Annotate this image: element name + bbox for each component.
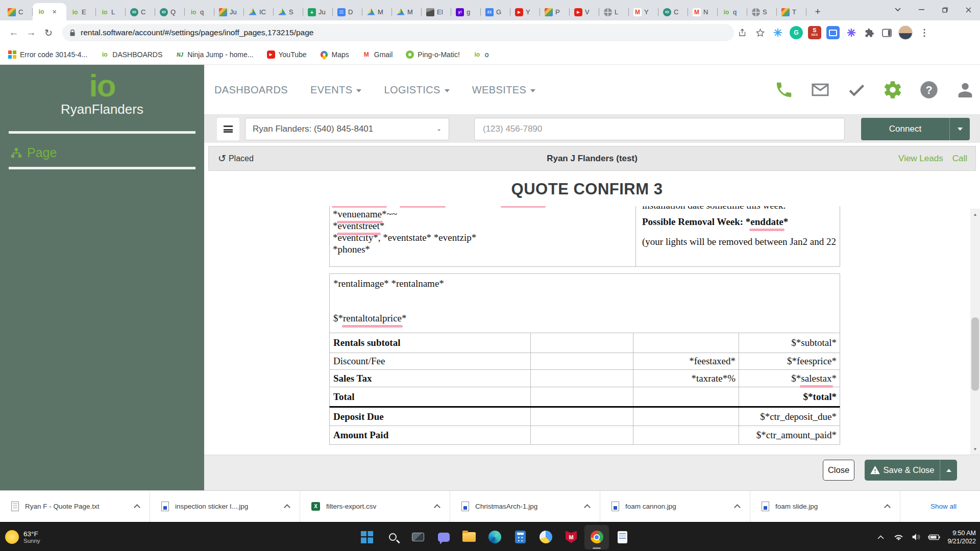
browser-tab[interactable]: P	[540, 4, 570, 20]
connect-button[interactable]: Connect	[861, 118, 970, 140]
check-icon[interactable]	[846, 79, 867, 101]
chevron-up-icon[interactable]	[284, 504, 290, 511]
phone-icon[interactable]	[773, 79, 795, 101]
seo-extension-icon[interactable]: SSEO	[808, 26, 821, 39]
minimize-icon[interactable]	[910, 0, 933, 19]
address-bar[interactable]: rental.software/account/#/settings/pages…	[62, 24, 734, 41]
kebab-menu-icon[interactable]: ⋮	[916, 24, 933, 41]
profile-avatar[interactable]	[898, 26, 913, 40]
browser-tab[interactable]: IOC	[658, 4, 688, 20]
bookmark-item[interactable]: NJNinja Jump - home...	[176, 51, 253, 59]
browser-tab[interactable]: D	[333, 4, 362, 20]
gear-icon[interactable]	[882, 79, 903, 101]
file-explorer-taskbar-icon[interactable]	[457, 525, 481, 549]
extensions-puzzle-icon[interactable]	[861, 24, 878, 41]
chevron-up-icon[interactable]	[584, 504, 591, 511]
download-item[interactable]: ChristmasArch-1.jpg	[450, 491, 600, 522]
browser-tab[interactable]: Ju	[214, 4, 244, 20]
mail-icon[interactable]	[810, 79, 831, 101]
download-item[interactable]: foam cannon.jpg	[600, 491, 750, 522]
scroll-up-icon[interactable]: ▲	[970, 209, 980, 220]
forward-icon[interactable]: →	[22, 24, 40, 41]
browser-tab[interactable]: ▶V	[570, 4, 599, 20]
show-all-downloads-button[interactable]: Show all	[907, 491, 980, 522]
bookmark-item[interactable]: MGmail	[362, 51, 393, 59]
browser-tab[interactable]: ioE	[66, 4, 96, 20]
close-icon[interactable]	[957, 0, 980, 19]
bookmark-item[interactable]: Ping-o-Matic!	[406, 51, 459, 59]
vertical-scrollbar[interactable]: ▲ ▼	[970, 209, 980, 455]
tab-search-chevron-icon[interactable]	[886, 0, 910, 19]
back-icon[interactable]: ←	[5, 24, 22, 41]
browser-tab[interactable]: S	[747, 4, 777, 20]
clock[interactable]: 9:50 AM 9/21/2022	[947, 529, 976, 545]
bookmark-item[interactable]: ▶YouTube	[267, 51, 307, 59]
connect-dropdown-toggle[interactable]	[949, 118, 970, 140]
tag-extension-icon[interactable]	[826, 26, 840, 39]
phone-number-input[interactable]	[474, 118, 845, 140]
side-panel-icon[interactable]	[878, 24, 895, 41]
nav-dashboards[interactable]: DASHBOARDS	[214, 84, 288, 96]
burst-extension-icon[interactable]	[845, 26, 858, 39]
chevron-up-icon[interactable]	[884, 504, 891, 511]
browser-tab[interactable]: IOC	[126, 4, 155, 20]
download-item[interactable]: foam slide.jpg	[750, 491, 900, 522]
sidebar-item-page[interactable]: Page	[10, 145, 57, 160]
chevron-up-icon[interactable]	[434, 504, 440, 511]
chevron-up-icon[interactable]	[874, 530, 887, 545]
chevron-up-icon[interactable]	[134, 504, 140, 511]
save-dropdown-toggle[interactable]	[940, 460, 957, 481]
new-tab-button[interactable]: +	[811, 5, 825, 19]
download-item[interactable]: Xfilters-export.csv	[300, 491, 450, 522]
browser-tab[interactable]: M	[362, 4, 392, 20]
bookmark-item[interactable]: Error code 30145-4...	[8, 51, 87, 59]
browser-tab[interactable]: C	[3, 4, 33, 20]
help-icon[interactable]: ?	[918, 79, 940, 101]
star-icon[interactable]	[751, 24, 769, 41]
save-and-close-button[interactable]: Save & Close	[865, 460, 957, 481]
browser-tab[interactable]: ioL	[96, 4, 126, 20]
task-view-taskbar-icon[interactable]	[406, 525, 430, 549]
browser-tab[interactable]: L	[599, 4, 629, 20]
view-leads-link[interactable]: View Leads	[898, 154, 943, 164]
nav-events[interactable]: EVENTS	[310, 84, 361, 96]
battery-icon[interactable]	[927, 530, 941, 545]
browser-tab[interactable]: IOQ	[155, 4, 185, 20]
download-item[interactable]: Ryan F - Quote Page.txt	[0, 491, 150, 522]
notepad-taskbar-icon[interactable]	[610, 525, 634, 549]
browser-tab[interactable]: El	[422, 4, 451, 20]
mcafee-taskbar-icon[interactable]: M	[559, 525, 583, 549]
browser-tab[interactable]: ioq	[185, 4, 214, 20]
download-item[interactable]: inspection sticker l....jpg	[150, 491, 300, 522]
nav-websites[interactable]: WEBSITES	[472, 84, 536, 96]
bookmark-item[interactable]: ioo	[473, 51, 489, 59]
search-taskbar-icon[interactable]	[380, 525, 405, 549]
browser-tab[interactable]: y!g	[451, 4, 481, 20]
reload-icon[interactable]: ↻	[40, 24, 57, 41]
browser-tab[interactable]: 21G	[481, 4, 510, 20]
paint-taskbar-icon[interactable]	[533, 525, 558, 549]
bookmark-item[interactable]: Maps	[320, 51, 349, 59]
calculator-taskbar-icon[interactable]	[508, 525, 532, 549]
browser-tab[interactable]: S	[274, 4, 303, 20]
volume-icon[interactable]	[910, 530, 923, 545]
chat-taskbar-icon[interactable]	[431, 525, 456, 549]
browser-tab[interactable]: IC	[244, 4, 274, 20]
browser-tab[interactable]: io✕	[33, 3, 66, 20]
browser-tab[interactable]: +Ju	[303, 4, 333, 20]
weather-widget[interactable]: 63°F Sunny	[5, 522, 40, 551]
maximize-icon[interactable]	[933, 0, 957, 19]
scroll-down-icon[interactable]: ▼	[970, 443, 980, 455]
close-button[interactable]: Close	[823, 460, 854, 481]
chevron-up-icon[interactable]	[734, 504, 741, 511]
share-icon[interactable]	[734, 24, 751, 41]
edge-taskbar-icon[interactable]	[482, 525, 507, 549]
grammarly-extension-icon[interactable]: G	[790, 26, 803, 39]
wifi-icon[interactable]	[892, 530, 905, 545]
browser-tab[interactable]: MY	[629, 4, 658, 20]
browser-tab[interactable]: MN	[688, 4, 718, 20]
tab-close-icon[interactable]: ✕	[52, 9, 57, 15]
quote-document[interactable]: *venuename*~~*eventstreet**eventcity*, *…	[329, 206, 840, 447]
hamburger-menu-icon[interactable]	[217, 118, 239, 140]
user-icon[interactable]	[954, 79, 976, 101]
